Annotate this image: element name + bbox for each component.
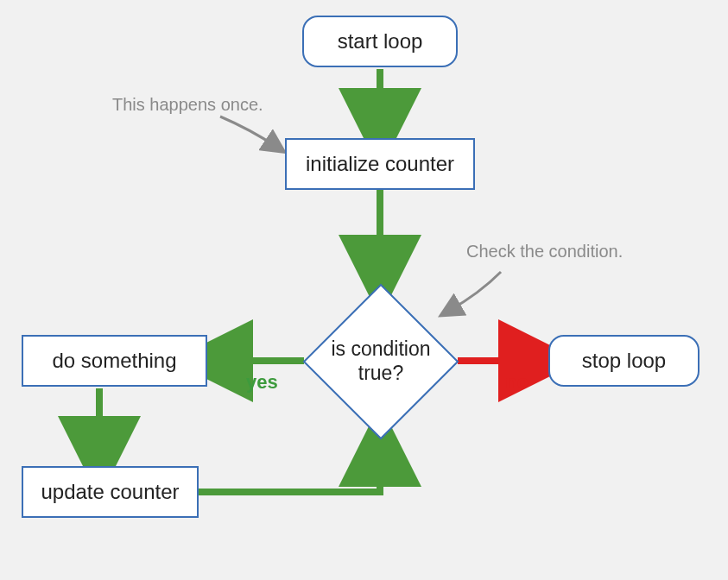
node-cond-label: is condition true? <box>331 337 430 385</box>
node-update-counter: update counter <box>22 466 199 518</box>
edge-update-to-cond <box>199 445 380 492</box>
node-do-label: do something <box>52 349 176 373</box>
node-init-label: initialize counter <box>306 152 454 176</box>
node-start: start loop <box>302 16 458 67</box>
node-condition: is condition true? <box>302 283 459 440</box>
edge-label-yes: yes <box>246 371 278 394</box>
node-stop: stop loop <box>548 335 700 387</box>
node-do-something: do something <box>22 335 207 387</box>
node-start-label: start loop <box>338 29 423 54</box>
annotation-once: This happens once. <box>112 95 263 115</box>
edge-label-no: no <box>505 371 529 394</box>
annotation-arrow-once <box>220 117 276 147</box>
annotation-check: Check the condition. <box>466 242 623 262</box>
node-update-label: update counter <box>41 480 179 504</box>
node-initialize-counter: initialize counter <box>285 138 475 190</box>
node-stop-label: stop loop <box>582 349 666 373</box>
